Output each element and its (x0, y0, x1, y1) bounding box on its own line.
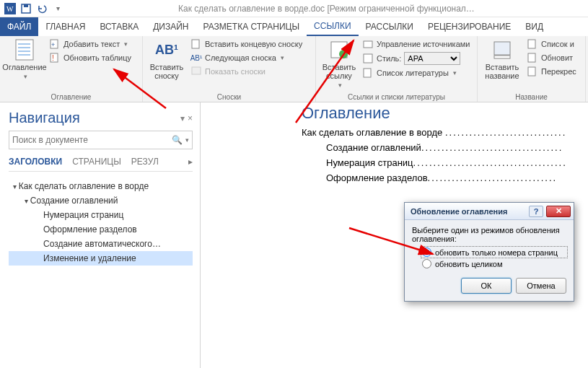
toc-icon (13, 38, 36, 61)
insert-citation-button[interactable]: ✓ Вставить ссылку ▾ (320, 38, 358, 89)
window-title: Как сделать оглавление в ворде.doc [Режи… (65, 4, 588, 14)
cancel-button[interactable]: Отмена (516, 278, 566, 294)
insert-caption-label: Вставить название (482, 63, 522, 80)
svg-text:✓: ✓ (341, 51, 347, 58)
search-dropdown-icon[interactable]: ▾ (185, 136, 189, 144)
table-of-figures-button[interactable]: Список и (527, 38, 576, 50)
tab-layout[interactable]: РАЗМЕТКА СТРАНИЦЫ (196, 17, 307, 36)
ribbon-tabs: ФАЙЛ ГЛАВНАЯ ВСТАВКА ДИЗАЙН РАЗМЕТКА СТР… (0, 17, 588, 36)
tree-item[interactable]: Оформление разделов (9, 222, 193, 237)
svg-rect-24 (528, 53, 535, 62)
group-label-citations: Ссылки и списки литературы (320, 93, 473, 101)
list-icon (527, 38, 538, 50)
svg-rect-18 (364, 41, 372, 48)
dialog-help-button[interactable]: ? (529, 206, 543, 217)
update-toc-icon: ! (49, 52, 61, 63)
tree-item[interactable]: Нумерация страниц (9, 208, 193, 222)
undo-icon[interactable] (35, 1, 49, 16)
bibliography-button[interactable]: Список литературы▾ (362, 67, 470, 79)
save-icon[interactable] (19, 1, 33, 16)
toc-line[interactable]: Оформление разделов (326, 172, 428, 183)
svg-rect-4 (16, 40, 33, 60)
radio-input[interactable] (422, 247, 431, 257)
tab-design[interactable]: ДИЗАЙН (146, 17, 196, 36)
toc-line[interactable]: Нумерация страниц (326, 157, 413, 168)
show-notes-button[interactable]: Показать сноски (190, 66, 302, 77)
add-text-button[interactable]: + Добавить текст▾ (49, 38, 131, 50)
qat-more-icon[interactable]: ▾ (51, 1, 65, 16)
update-toc-button[interactable]: ! Обновить таблицу (49, 52, 131, 63)
search-input[interactable] (12, 135, 172, 145)
nav-tab-pages[interactable]: СТРАНИЦЫ (72, 157, 121, 167)
add-text-icon: + (49, 38, 61, 50)
dialog-title-text: Обновление оглавления (411, 207, 507, 216)
svg-rect-13 (192, 40, 199, 48)
nav-dropdown-icon[interactable]: ▾ (180, 113, 185, 123)
nav-tab-results[interactable]: РЕЗУЛ (131, 157, 159, 167)
citation-icon: ✓ (328, 38, 351, 61)
next-footnote-icon: AB¹ (190, 52, 202, 63)
insert-endnote-button[interactable]: Вставить концевую сноску (190, 38, 302, 50)
svg-text:!: ! (52, 54, 54, 62)
nav-title: Навигация (9, 110, 80, 126)
bibliography-icon (362, 67, 374, 79)
nav-close-icon[interactable]: × (188, 113, 193, 123)
navigation-pane: Навигация ▾ × 🔍 ▾ ЗАГОЛОВКИ СТРАНИЦЫ РЕЗ… (0, 102, 201, 368)
nav-tab-headings[interactable]: ЗАГОЛОВКИ (9, 157, 62, 167)
radio-update-page-numbers[interactable]: обновить только номера страниц (422, 247, 566, 257)
svg-rect-25 (528, 67, 535, 76)
svg-rect-23 (528, 40, 535, 48)
insert-caption-button[interactable]: Вставить название (482, 38, 522, 80)
citation-style-select[interactable]: APA (404, 52, 460, 65)
headings-tree: Как сделать оглавление в ворде Создание … (9, 179, 193, 266)
manage-sources-button[interactable]: Управление источниками (362, 38, 470, 50)
doc-toc-heading: Оглавление (302, 104, 588, 123)
update-table-button[interactable]: Обновит (527, 52, 576, 63)
group-label-toc: Оглавление (4, 93, 138, 101)
tab-home[interactable]: ГЛАВНАЯ (38, 17, 92, 36)
tree-item[interactable]: Как сделать оглавление в ворде (9, 179, 193, 193)
group-label-footnotes: Сноски (147, 93, 311, 101)
tree-item-selected[interactable]: Изменение и удаление (9, 251, 193, 266)
footnote-icon: AB¹ (155, 38, 178, 61)
svg-rect-22 (494, 56, 510, 58)
manage-sources-icon (362, 38, 374, 50)
insert-citation-label: Вставить ссылку (320, 63, 358, 80)
tree-item[interactable]: Создание автоматического… (9, 237, 193, 251)
toc-line[interactable]: Создание оглавлений (326, 142, 421, 153)
dialog-close-button[interactable]: ✕ (546, 206, 571, 217)
search-icon[interactable]: 🔍 (172, 135, 183, 145)
update-icon (527, 52, 538, 63)
chevron-down-icon: ▾ (24, 73, 27, 80)
svg-rect-21 (494, 42, 510, 55)
tab-references[interactable]: ССЫЛКИ (307, 17, 358, 36)
cross-reference-button[interactable]: Перекрес (527, 66, 576, 77)
tab-insert[interactable]: ВСТАВКА (92, 17, 146, 36)
tab-view[interactable]: ВИД (518, 17, 550, 36)
radio-input[interactable] (422, 259, 431, 268)
tab-review[interactable]: РЕЦЕНЗИРОВАНИЕ (421, 17, 518, 36)
toc-button[interactable]: Оглавление ▾ (4, 38, 45, 80)
svg-rect-20 (364, 69, 371, 77)
group-label-captions: Название (482, 93, 581, 101)
insert-footnote-label: Вставить сноску (147, 63, 186, 80)
toc-line[interactable]: Как сделать оглавление в ворде (302, 127, 442, 138)
style-icon (362, 53, 374, 64)
style-row: Стиль: APA (362, 52, 470, 65)
svg-text:W: W (6, 5, 14, 13)
radio-update-entire[interactable]: обновить целиком (422, 259, 566, 268)
next-footnote-button[interactable]: AB¹ Следующая сноска▾ (190, 52, 302, 63)
tree-item[interactable]: Создание оглавлений (9, 193, 193, 208)
tab-mailings[interactable]: РАССЫЛКИ (359, 17, 421, 36)
ok-button[interactable]: ОК (461, 278, 512, 294)
svg-rect-14 (192, 67, 201, 74)
insert-footnote-button[interactable]: AB¹ Вставить сноску (147, 38, 186, 80)
toc-label: Оглавление (2, 63, 46, 71)
svg-text:+: + (51, 41, 55, 48)
tab-file[interactable]: ФАЙЛ (0, 17, 38, 36)
nav-tabs-more-icon[interactable]: ▸ (188, 157, 193, 167)
crossref-icon (527, 66, 538, 77)
search-box[interactable]: 🔍 ▾ (9, 131, 193, 149)
caption-icon (491, 38, 514, 61)
word-logo-icon: W (3, 1, 17, 16)
